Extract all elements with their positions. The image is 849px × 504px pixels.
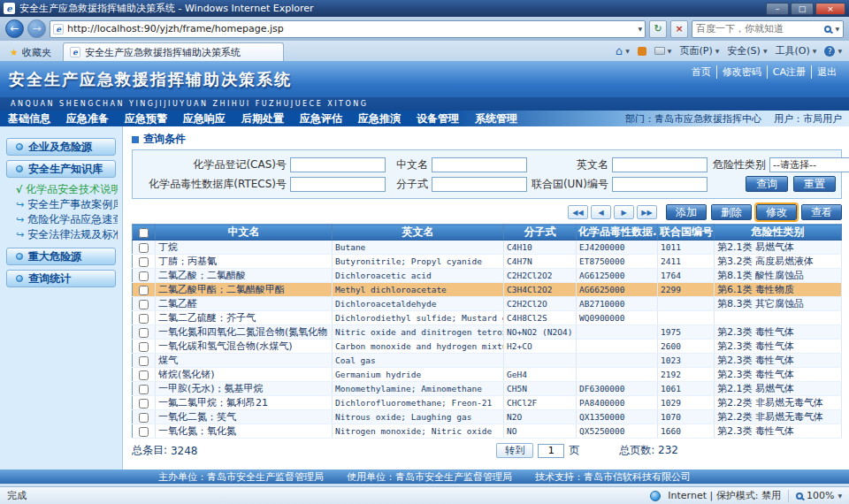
search-box[interactable]: ▼ xyxy=(692,20,844,38)
select-all-checkbox[interactable] xyxy=(139,228,149,238)
col-formula: 分子式 xyxy=(504,225,577,241)
page-subtitle-pinyin: ANQUAN SHENGCHAN YINGJIJIUYUAN ZHIHUI FU… xyxy=(0,97,849,111)
nav-item[interactable]: 基础信息 xyxy=(0,111,58,126)
favorites-button[interactable]: ★ 收藏夹 xyxy=(4,43,57,61)
row-checkbox[interactable] xyxy=(139,286,149,295)
sidebar-item-knowledge-base[interactable]: 安全生产知识库 xyxy=(6,160,116,178)
table-row[interactable]: 一氧化氮和四氧化二氮混合物(氮氧化物，硝酸气，氧化氮气体) Nitric oxi… xyxy=(133,325,842,340)
minimize-button[interactable]: – xyxy=(766,3,789,15)
page-menu[interactable]: 页面(P) ▼ xyxy=(679,44,719,57)
forward-button[interactable]: → xyxy=(27,19,46,38)
row-checkbox[interactable] xyxy=(139,314,149,324)
pager-button[interactable]: ◀◀ xyxy=(568,205,588,219)
row-checkbox[interactable] xyxy=(139,243,149,253)
search-dropdown-icon[interactable]: ▼ xyxy=(835,26,839,32)
tools-menu[interactable]: 工具(O) ▼ xyxy=(776,44,817,57)
safety-menu[interactable]: 安全(S) ▼ xyxy=(727,44,767,57)
search-input[interactable] xyxy=(696,23,821,34)
action-button[interactable]: 删除 xyxy=(711,204,752,220)
address-field[interactable]: e ▼ xyxy=(50,20,646,38)
home-menu[interactable]: ⌂ ▼ xyxy=(616,44,630,57)
zoom-control[interactable]: 100% ▼ xyxy=(796,490,842,501)
rtecs-input[interactable] xyxy=(290,177,386,192)
table-row[interactable]: 煤气 Coal gas 1023 第2.3类 毒性气体 xyxy=(133,354,842,368)
nav-item[interactable]: 后期处置 xyxy=(233,111,292,126)
sidebar-link[interactable]: ↪ 危险化学品应急速查手... xyxy=(16,212,118,227)
back-button[interactable]: ← xyxy=(5,19,24,38)
col-un-number: 联合国编号 xyxy=(658,225,715,241)
un-number-input[interactable] xyxy=(612,177,708,192)
header-link[interactable]: 修改密码 xyxy=(716,65,767,79)
search-icon[interactable] xyxy=(824,26,831,33)
sidebar-item-query-stats[interactable]: 查询统计 xyxy=(6,270,116,287)
cell-rtecs: PA8400000 xyxy=(577,396,658,410)
header-link[interactable]: 退出 xyxy=(811,65,842,79)
zoom-dropdown-icon: ▼ xyxy=(838,493,842,499)
en-name-input[interactable] xyxy=(612,157,708,172)
cn-name-input[interactable] xyxy=(432,157,527,172)
row-checkbox[interactable] xyxy=(139,257,149,267)
action-button[interactable]: 查看 xyxy=(801,204,842,220)
danger-class-label: 危险性类别 xyxy=(711,157,766,172)
table-row[interactable]: 一氟二氯甲烷；氟利昂21 Dichlorofluoromethane; Freo… xyxy=(133,396,842,410)
table-row[interactable]: 一氧化二氮；笑气 Nitrous oxide; Laughing gas N2O… xyxy=(133,410,842,424)
print-menu[interactable]: ▼ xyxy=(654,47,672,55)
table-row[interactable]: 二氯二乙硫醚；芥子气 Dichlorodiethyl sulfide; Must… xyxy=(133,311,842,325)
nav-item[interactable]: 应急响应 xyxy=(175,111,233,126)
row-checkbox[interactable] xyxy=(139,427,149,437)
sidebar-link[interactable]: ↪ 安全法律法规及标准库 xyxy=(16,227,118,242)
row-checkbox[interactable] xyxy=(139,342,149,352)
sidebar-item-enterprise-hazard[interactable]: 企业及危险源 xyxy=(6,138,116,156)
row-checkbox[interactable] xyxy=(139,328,149,338)
goto-page-button[interactable]: 转到 xyxy=(496,443,533,458)
action-button[interactable]: 添加 xyxy=(666,204,707,220)
stop-button[interactable]: × xyxy=(670,20,688,38)
table-row[interactable]: 一甲胺(无水)；氨基甲烷 Monomethylamine; Aminometha… xyxy=(133,382,842,396)
tabs-row: ★ 收藏夹 e 安全生产应急救援指挥辅助决策系统 ⌂ ▼ ▼ 页面(P) ▼ xyxy=(0,41,849,61)
search-button[interactable]: 查询 xyxy=(746,176,788,192)
action-button[interactable]: 修改 xyxy=(756,204,797,220)
header-link[interactable]: 首页 xyxy=(686,65,716,79)
refresh-button[interactable]: ↻ xyxy=(649,20,667,38)
pager-button[interactable]: ▶ xyxy=(614,205,634,219)
row-checkbox[interactable] xyxy=(139,370,149,380)
maximize-button[interactable]: □ xyxy=(791,3,814,15)
reset-button[interactable]: 重置 xyxy=(793,176,836,192)
close-button[interactable]: × xyxy=(815,3,845,15)
address-dropdown-icon[interactable]: ▼ xyxy=(638,26,642,32)
nav-item[interactable]: 应急评估 xyxy=(292,111,350,126)
nav-item[interactable]: 应急预警 xyxy=(117,111,175,126)
table-row[interactable]: 丁烷 Butane C4H10 EJ4200000 1011 第2.1类 易燃气… xyxy=(133,241,842,255)
url-input[interactable] xyxy=(67,23,634,34)
table-row[interactable]: 丁腈；丙基氰 Butyronitrile; Propyl cyanide C4H… xyxy=(133,255,842,269)
browser-tab[interactable]: e 安全生产应急救援指挥辅助决策系统 xyxy=(63,42,284,61)
nav-item[interactable]: 应急准备 xyxy=(58,111,117,126)
sidebar-item-major-hazard[interactable]: 重大危险源 xyxy=(6,248,116,265)
goto-page-input[interactable] xyxy=(538,444,564,458)
table-row[interactable]: 二氯乙酸甲酯；二氯醋酸甲酯 Methyl dichloroacetate C3H… xyxy=(133,283,842,297)
table-row[interactable]: 二氯乙醛 Dichloroacetaldehyde C2H2Cl2O AB271… xyxy=(133,297,842,311)
row-checkbox[interactable] xyxy=(139,385,149,394)
sidebar-link[interactable]: ↪ 安全生产事故案例库 xyxy=(16,197,118,212)
pager-button[interactable]: ◀ xyxy=(591,205,611,219)
feeds-menu[interactable] xyxy=(638,47,646,56)
table-row[interactable]: 一氧化碳和氢气混合物(水煤气) Carbon monoxide and hydr… xyxy=(133,340,842,354)
nav-item[interactable]: 系统管理 xyxy=(467,111,525,126)
danger-class-select[interactable]: --请选择-- ▼ xyxy=(769,157,849,172)
table-row[interactable]: 二氯乙酸；二氯醋酸 Dichloroacetic acid C2H2Cl2O2 … xyxy=(133,269,842,283)
row-checkbox[interactable] xyxy=(139,413,149,423)
nav-item[interactable]: 应急推演 xyxy=(350,111,409,126)
header-link[interactable]: CA注册 xyxy=(767,65,811,79)
formula-input[interactable] xyxy=(432,177,527,192)
pager-button[interactable]: ▶▶ xyxy=(637,205,657,219)
row-checkbox[interactable] xyxy=(139,356,149,366)
row-checkbox[interactable] xyxy=(139,300,149,309)
cas-input[interactable] xyxy=(290,157,386,172)
row-checkbox[interactable] xyxy=(139,399,149,409)
nav-item[interactable]: 设备管理 xyxy=(409,111,467,126)
row-checkbox[interactable] xyxy=(139,271,149,281)
table-row[interactable]: 锗烷(氢化锗) Germanium hydride GeH4 2192 第2.3… xyxy=(133,368,842,382)
help-menu[interactable]: ? ▼ xyxy=(824,46,842,57)
table-row[interactable]: 一氧化氮；氧化氮 Nitrogen monoxide; Nitric oxide… xyxy=(133,424,842,439)
sidebar-link[interactable]: √ 化学品安全技术说明书 xyxy=(16,182,118,197)
